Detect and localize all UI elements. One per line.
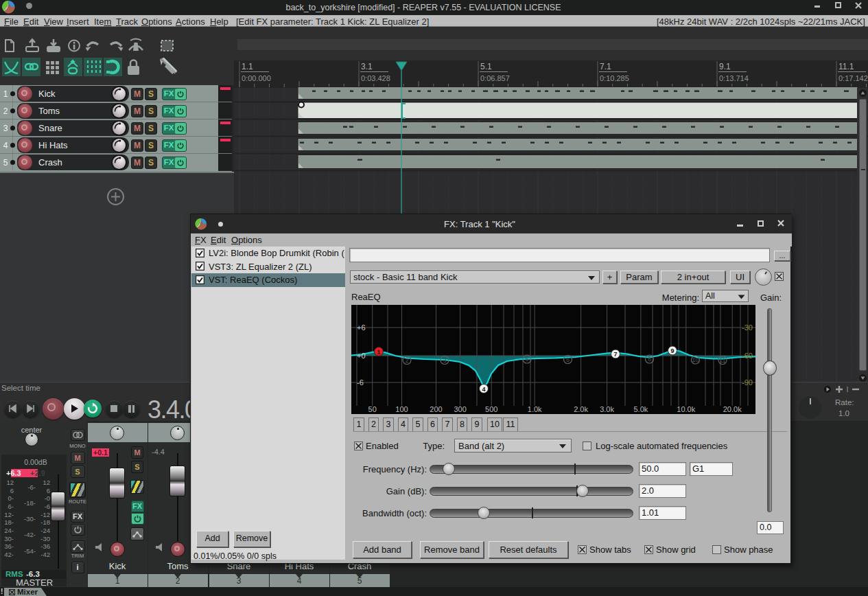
svg-text:-6: -6	[357, 378, 364, 387]
svg-text:5.0k: 5.0k	[634, 405, 648, 413]
svg-text:1: 1	[377, 349, 380, 356]
svg-text:0:17.142: 0:17.142	[838, 74, 868, 82]
svg-text:20.0k: 20.0k	[723, 405, 742, 413]
svg-text:0:10.285: 0:10.285	[600, 74, 629, 82]
svg-text:0:00.000: 0:00.000	[242, 74, 271, 82]
svg-text:5.1: 5.1	[480, 62, 492, 71]
svg-text:9.1: 9.1	[719, 62, 731, 71]
svg-text:1.1: 1.1	[242, 62, 253, 71]
svg-text:500: 500	[485, 405, 497, 413]
svg-text:3: 3	[443, 357, 447, 364]
svg-text:-60: -60	[742, 352, 753, 360]
svg-text:5: 5	[526, 356, 529, 363]
svg-text:-90: -90	[742, 378, 753, 387]
svg-text:8: 8	[648, 356, 651, 363]
svg-text:3.0k: 3.0k	[600, 405, 614, 413]
svg-text:10.0k: 10.0k	[677, 405, 695, 413]
svg-text:10: 10	[692, 356, 699, 363]
svg-text:4: 4	[482, 386, 485, 393]
svg-text:0:13.714: 0:13.714	[719, 74, 749, 82]
svg-text:0:06.857: 0:06.857	[480, 74, 510, 82]
svg-text:9: 9	[670, 347, 674, 354]
svg-text:3.1: 3.1	[361, 62, 373, 71]
svg-text:200: 200	[430, 405, 442, 413]
svg-text:6: 6	[566, 356, 570, 363]
svg-text:7: 7	[613, 351, 617, 358]
svg-text:7.1: 7.1	[600, 62, 611, 71]
svg-text:0:03.428: 0:03.428	[361, 74, 390, 82]
svg-text:+0: +0	[357, 352, 366, 360]
svg-text:11: 11	[720, 357, 726, 364]
svg-text:300: 300	[454, 405, 466, 413]
svg-text:2.0k: 2.0k	[574, 405, 588, 413]
svg-text:+6: +6	[357, 323, 366, 332]
svg-text:100: 100	[395, 405, 408, 413]
svg-text:11.1: 11.1	[838, 62, 854, 71]
svg-text:50: 50	[368, 405, 377, 413]
svg-text:1.0k: 1.0k	[528, 405, 542, 413]
svg-text:-30: -30	[742, 323, 753, 332]
svg-text:2: 2	[406, 357, 409, 364]
